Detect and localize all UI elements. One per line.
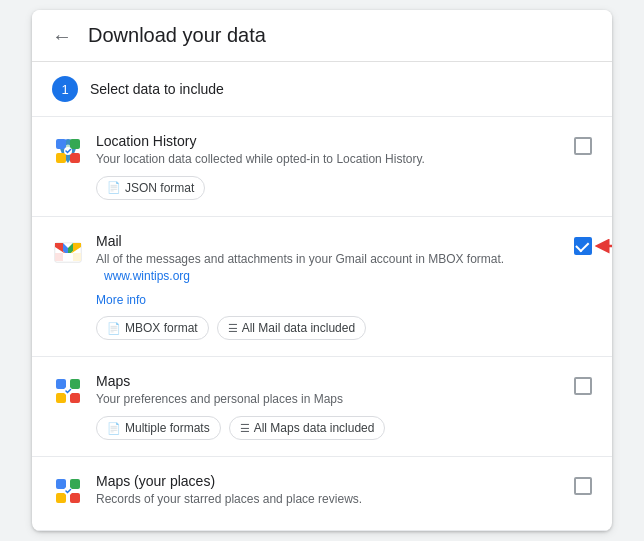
watermark: www.wintips.org — [104, 269, 190, 283]
maps-your-places-desc: Records of your starred places and place… — [96, 491, 562, 508]
maps-desc: Your preferences and personal places in … — [96, 391, 562, 408]
mail-icon — [52, 235, 84, 267]
list-item: Location History Your location data coll… — [32, 117, 612, 217]
doc-icon: 📄 — [107, 422, 121, 435]
mbox-format-tag[interactable]: 📄 MBOX format — [96, 316, 209, 340]
mail-title: Mail — [96, 233, 562, 249]
all-maps-label: All Maps data included — [254, 421, 375, 435]
location-history-checkbox[interactable] — [574, 137, 592, 155]
arrow-indicator — [594, 233, 612, 263]
maps-tags: 📄 Multiple formats ☰ All Maps data inclu… — [96, 416, 562, 440]
maps-your-places-body: Maps (your places) Records of your starr… — [96, 473, 562, 514]
location-history-body: Location History Your location data coll… — [96, 133, 562, 200]
mail-desc: All of the messages and attachments in y… — [96, 251, 562, 285]
checkbox-unchecked[interactable] — [574, 377, 592, 395]
mail-body: Mail All of the messages and attachments… — [96, 233, 562, 341]
list-icon: ☰ — [228, 322, 238, 335]
location-history-icon — [52, 135, 84, 167]
maps-body: Maps Your preferences and personal place… — [96, 373, 562, 440]
svg-rect-23 — [70, 479, 80, 489]
svg-rect-1 — [56, 139, 66, 149]
checkbox-unchecked[interactable] — [574, 477, 592, 495]
location-history-title: Location History — [96, 133, 562, 149]
maps-checkbox[interactable] — [574, 377, 592, 395]
back-button[interactable]: ← — [52, 26, 72, 46]
step-number: 1 — [52, 76, 78, 102]
list-item: Maps (your places) Records of your starr… — [32, 457, 612, 531]
mail-checkbox[interactable] — [574, 237, 592, 255]
svg-rect-18 — [56, 393, 66, 403]
doc-icon: 📄 — [107, 181, 121, 194]
svg-rect-24 — [56, 493, 66, 503]
svg-rect-19 — [70, 393, 80, 403]
all-mail-label: All Mail data included — [242, 321, 355, 335]
page-header: ← Download your data — [32, 10, 612, 62]
data-list: Location History Your location data coll… — [32, 117, 612, 531]
step-bar: 1 Select data to include — [32, 62, 612, 117]
maps-icon — [52, 375, 84, 407]
maps-your-places-icon — [52, 475, 84, 507]
svg-rect-16 — [56, 379, 66, 389]
location-history-tags: 📄 JSON format — [96, 176, 562, 200]
more-info-link[interactable]: More info — [96, 293, 146, 307]
mbox-format-label: MBOX format — [125, 321, 198, 335]
json-format-label: JSON format — [125, 181, 194, 195]
json-format-tag[interactable]: 📄 JSON format — [96, 176, 205, 200]
svg-rect-17 — [70, 379, 80, 389]
step-label: Select data to include — [90, 81, 224, 97]
doc-icon: 📄 — [107, 322, 121, 335]
checkbox-checked[interactable] — [574, 237, 592, 255]
maps-title: Maps — [96, 373, 562, 389]
maps-your-places-title: Maps (your places) — [96, 473, 562, 489]
all-mail-tag[interactable]: ☰ All Mail data included — [217, 316, 366, 340]
multiple-formats-label: Multiple formats — [125, 421, 210, 435]
main-card: ← Download your data 1 Select data to in… — [32, 10, 612, 531]
multiple-formats-tag[interactable]: 📄 Multiple formats — [96, 416, 221, 440]
svg-rect-4 — [70, 153, 80, 163]
mail-tags: 📄 MBOX format ☰ All Mail data included — [96, 316, 562, 340]
svg-rect-3 — [56, 153, 66, 163]
svg-rect-25 — [70, 493, 80, 503]
page-title: Download your data — [88, 24, 266, 47]
svg-rect-2 — [70, 139, 80, 149]
svg-rect-22 — [56, 479, 66, 489]
all-maps-tag[interactable]: ☰ All Maps data included — [229, 416, 386, 440]
list-icon: ☰ — [240, 422, 250, 435]
maps-your-places-checkbox[interactable] — [574, 477, 592, 495]
location-history-desc: Your location data collected while opted… — [96, 151, 562, 168]
list-item: Mail All of the messages and attachments… — [32, 217, 612, 358]
checkbox-unchecked[interactable] — [574, 137, 592, 155]
list-item: Maps Your preferences and personal place… — [32, 357, 612, 457]
